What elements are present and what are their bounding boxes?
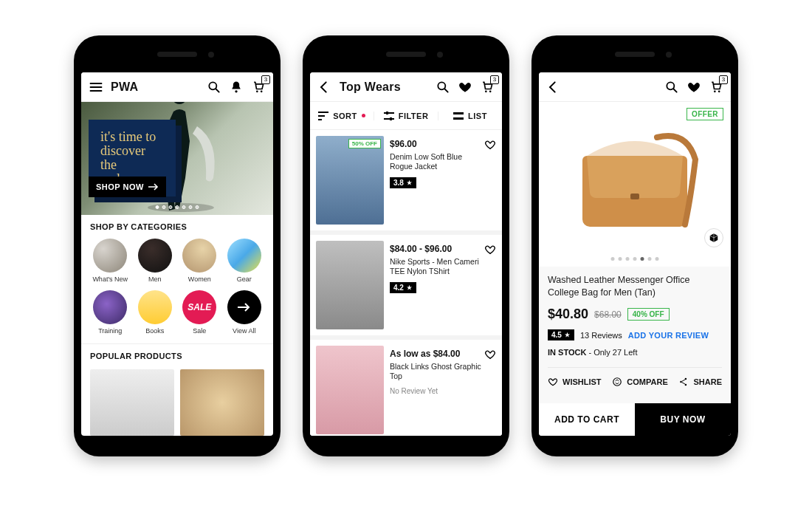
share-button[interactable]: SHARE <box>678 377 722 387</box>
phone-listing: Top Wears 3 SORT FILTER LIST <box>303 35 509 456</box>
category-men[interactable]: Men <box>135 239 176 283</box>
sort-button[interactable]: SORT <box>310 112 374 120</box>
category-gear[interactable]: Gear <box>224 239 265 283</box>
svg-rect-8 <box>386 112 388 114</box>
search-icon[interactable] <box>207 80 221 95</box>
svg-point-17 <box>613 378 622 386</box>
category-view-all[interactable]: View All <box>224 290 265 335</box>
product-bottom-bar: ADD TO CART BUY NOW <box>539 403 731 436</box>
listing-toolbar: SORT FILTER LIST <box>310 102 502 130</box>
svg-point-13 <box>667 82 674 89</box>
category-training[interactable]: Training <box>90 290 131 335</box>
category-sale[interactable]: SALESale <box>179 290 220 335</box>
category-women[interactable]: Women <box>179 239 220 283</box>
product-thumb <box>316 346 384 434</box>
product-thumb <box>316 241 384 329</box>
add-to-cart-button[interactable]: ADD TO CART <box>539 403 635 436</box>
svg-point-6 <box>485 90 487 92</box>
svg-point-7 <box>489 90 492 92</box>
search-icon[interactable] <box>664 80 679 95</box>
product-price: $40.80 <box>548 307 588 322</box>
popular-card[interactable] <box>90 369 174 436</box>
compare-button[interactable]: COMPARE <box>612 377 667 387</box>
discount-badge: 40% OFF <box>627 308 670 321</box>
heart-icon[interactable] <box>687 80 701 95</box>
back-icon[interactable] <box>317 80 332 95</box>
product-image <box>568 123 701 233</box>
list-item[interactable]: 50% OFF $96.00 Denim Low Soft Blue Rogue… <box>310 130 502 230</box>
svg-rect-11 <box>453 117 464 120</box>
gallery-pagination[interactable] <box>611 257 659 261</box>
product-price: As low as $84.00 <box>390 349 483 359</box>
app-title: PWA <box>111 81 138 94</box>
back-icon[interactable] <box>546 80 561 95</box>
wishlist-icon[interactable] <box>484 244 496 256</box>
cart-count-badge: 3 <box>719 75 728 84</box>
list-item[interactable]: $84.00 - $96.00 Nike Sports - Men Cameri… <box>310 235 502 335</box>
discount-badge: 50% OFF <box>348 139 381 148</box>
filter-button[interactable]: FILTER <box>374 112 438 120</box>
no-review-label: No Review Yet <box>390 387 483 395</box>
page-title: Top Wears <box>340 81 401 94</box>
svg-point-14 <box>714 90 716 92</box>
list-item[interactable]: As low as $84.00 Black Links Ghost Graph… <box>310 340 502 436</box>
heart-icon[interactable] <box>458 80 472 95</box>
cart-count-badge: 3 <box>261 75 270 84</box>
product-price: $96.00 <box>390 139 483 149</box>
wishlist-icon[interactable] <box>484 139 496 151</box>
hero-pagination[interactable] <box>156 205 199 209</box>
categories-grid: What's New Men Women Gear Training Books… <box>81 236 273 344</box>
product-gallery[interactable]: OFFER <box>539 102 731 267</box>
wishlist-button[interactable]: WISHLIST <box>548 377 602 387</box>
stock-status: IN STOCK - Only 27 Left <box>548 348 722 357</box>
product-name: Nike Sports - Men Cameri TEE Nylon TShir… <box>390 257 483 276</box>
product-name: Denim Low Soft Blue Rogue Jacket <box>390 152 483 171</box>
appbar-listing: Top Wears 3 <box>310 72 502 102</box>
svg-point-15 <box>718 90 720 92</box>
svg-rect-9 <box>390 117 392 120</box>
product-strike-price: $68.00 <box>594 309 622 320</box>
rating-badge: 4.2 <box>390 282 416 293</box>
view-3d-icon[interactable] <box>704 228 723 247</box>
search-icon[interactable] <box>436 80 450 95</box>
svg-point-20 <box>685 384 687 386</box>
cart-icon[interactable]: 3 <box>480 80 495 95</box>
cart-count-badge: 3 <box>490 75 499 84</box>
svg-point-3 <box>261 90 263 92</box>
menu-icon[interactable] <box>89 80 103 95</box>
svg-point-18 <box>681 381 683 383</box>
product-name: Black Links Ghost Graphic Top <box>390 362 483 381</box>
category-whats-new[interactable]: What's New <box>90 239 131 283</box>
cart-icon[interactable]: 3 <box>251 80 266 95</box>
svg-point-19 <box>685 378 687 380</box>
rating-badge: 3.8 <box>390 177 416 188</box>
svg-rect-16 <box>630 194 639 199</box>
hero-banner[interactable]: it's time to discover the real you SHOP … <box>81 102 273 215</box>
offer-badge: OFFER <box>687 108 723 120</box>
product-title: Washed Leather Messenger Office College … <box>548 274 722 299</box>
product-list[interactable]: 50% OFF $96.00 Denim Low Soft Blue Rogue… <box>310 130 502 436</box>
svg-point-2 <box>256 90 258 92</box>
buy-now-button[interactable]: BUY NOW <box>635 403 731 436</box>
svg-point-5 <box>438 82 445 89</box>
add-review-link[interactable]: ADD YOUR REVIEW <box>628 331 709 340</box>
cart-icon[interactable]: 3 <box>709 80 723 95</box>
sort-active-dot <box>362 114 365 117</box>
phone-product-detail: 3 OFFER <box>531 35 738 456</box>
svg-point-0 <box>209 82 216 89</box>
popular-heading: POPULAR PRODUCTS <box>81 344 273 365</box>
svg-rect-10 <box>453 112 464 114</box>
list-view-button[interactable]: LIST <box>438 112 502 120</box>
popular-card[interactable] <box>180 369 264 436</box>
category-books[interactable]: Books <box>135 290 176 335</box>
appbar-home: PWA 3 <box>81 72 273 102</box>
bell-icon[interactable] <box>229 80 244 95</box>
wishlist-icon[interactable] <box>484 349 496 360</box>
shop-now-button[interactable]: SHOP NOW <box>89 177 166 197</box>
categories-heading: SHOP BY CATEGORIES <box>81 215 273 236</box>
svg-point-1 <box>235 90 237 92</box>
rating-badge: 4.5 <box>548 329 574 340</box>
product-thumb: 50% OFF <box>316 136 384 225</box>
phone-home: PWA 3 i <box>74 35 281 456</box>
review-count[interactable]: 13 Reviews <box>580 331 622 340</box>
